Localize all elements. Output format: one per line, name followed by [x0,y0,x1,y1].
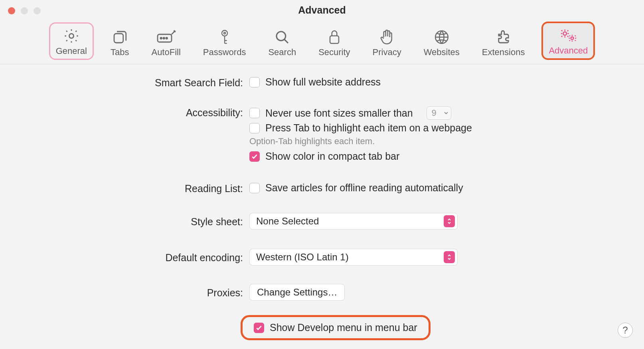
tab-passwords[interactable]: Passwords [198,25,252,60]
chevron-down-icon [441,111,451,115]
press-tab-checkbox[interactable] [249,123,260,133]
default-encoding-value: Western (ISO Latin 1) [256,252,349,263]
help-label: ? [622,325,628,336]
gears-icon [558,26,578,45]
autofill-icon [155,28,177,46]
change-settings-label: Change Settings… [257,287,337,298]
show-color-checkbox[interactable] [249,151,260,162]
tab-autofill[interactable]: AutoFill [146,25,186,60]
tab-label: Advanced [549,46,588,56]
tab-label: Search [268,47,296,58]
tab-tabs[interactable]: Tabs [105,25,134,60]
svg-rect-1 [114,34,123,43]
tab-search[interactable]: Search [263,25,302,60]
smart-search-label: Smart Search Field: [24,76,249,89]
search-icon [274,28,290,46]
show-full-address-checkbox[interactable] [249,77,260,87]
svg-point-12 [571,37,574,40]
show-color-label: Show color in compact tab bar [265,151,399,162]
save-offline-checkbox[interactable] [249,183,260,193]
tab-label: Extensions [482,47,525,58]
never-smaller-checkbox[interactable] [249,108,260,118]
font-size-stepper[interactable]: 9 [427,106,451,120]
titlebar: Advanced [0,0,644,20]
zoom-window-button[interactable] [34,7,41,14]
minimize-window-button[interactable] [21,7,28,14]
updown-arrows-icon [444,251,455,263]
proxies-label: Proxies: [24,284,249,299]
svg-point-6 [222,30,227,36]
preferences-toolbar: General Tabs AutoFill Passwords Search S… [0,20,644,64]
tab-label: AutoFill [151,47,180,58]
show-develop-label: Show Develop menu in menu bar [270,322,417,333]
reading-list-label: Reading List: [24,182,249,194]
develop-highlight: Show Develop menu in menu bar [241,315,431,340]
default-encoding-label: Default encoding: [24,249,249,264]
press-tab-label: Press Tab to highlight each item on a we… [265,122,472,134]
puzzle-icon [495,28,512,46]
tabs-icon [111,28,128,46]
style-sheet-label: Style sheet: [24,213,249,228]
tab-label: Tabs [111,47,129,58]
tab-security[interactable]: Security [313,25,356,60]
font-size-value: 9 [427,108,441,118]
svg-point-8 [277,32,286,41]
tab-label: Security [318,47,350,58]
advanced-settings-panel: Smart Search Field: Show full website ad… [0,64,644,340]
never-smaller-label: Never use font sizes smaller than [265,107,413,119]
show-full-address-label: Show full website address [265,76,381,88]
change-settings-button[interactable]: Change Settings… [249,284,345,301]
window-title: Advanced [0,4,644,16]
tab-label: Privacy [373,47,401,58]
svg-point-7 [223,32,225,34]
updown-arrows-icon [444,215,455,227]
hand-icon [379,28,395,46]
help-button[interactable]: ? [618,323,633,338]
svg-point-4 [163,38,165,39]
window-controls [8,7,41,14]
tab-label: Passwords [203,47,246,58]
tab-websites[interactable]: Websites [418,25,465,60]
gear-icon [63,27,80,45]
press-tab-hint: Option-Tab highlights each item. [249,136,620,147]
svg-point-3 [160,38,162,39]
tab-privacy[interactable]: Privacy [367,25,407,60]
key-icon [218,28,231,46]
tab-extensions[interactable]: Extensions [476,25,531,60]
close-window-button[interactable] [8,7,15,14]
tab-advanced[interactable]: Advanced [541,22,595,60]
tab-general[interactable]: General [49,22,94,60]
style-sheet-select[interactable]: None Selected [249,213,458,230]
globe-icon [433,28,450,46]
svg-rect-9 [330,36,339,44]
show-develop-checkbox[interactable] [254,323,264,333]
style-sheet-value: None Selected [256,216,319,227]
accessibility-label: Accessibility: [24,106,249,119]
svg-point-0 [69,34,73,38]
save-offline-label: Save articles for offline reading automa… [265,182,463,194]
tab-label: Websites [424,47,460,58]
tab-label: General [56,46,87,56]
svg-point-5 [166,38,168,39]
svg-point-11 [563,32,567,35]
lock-icon [327,28,342,46]
default-encoding-select[interactable]: Western (ISO Latin 1) [249,249,458,266]
